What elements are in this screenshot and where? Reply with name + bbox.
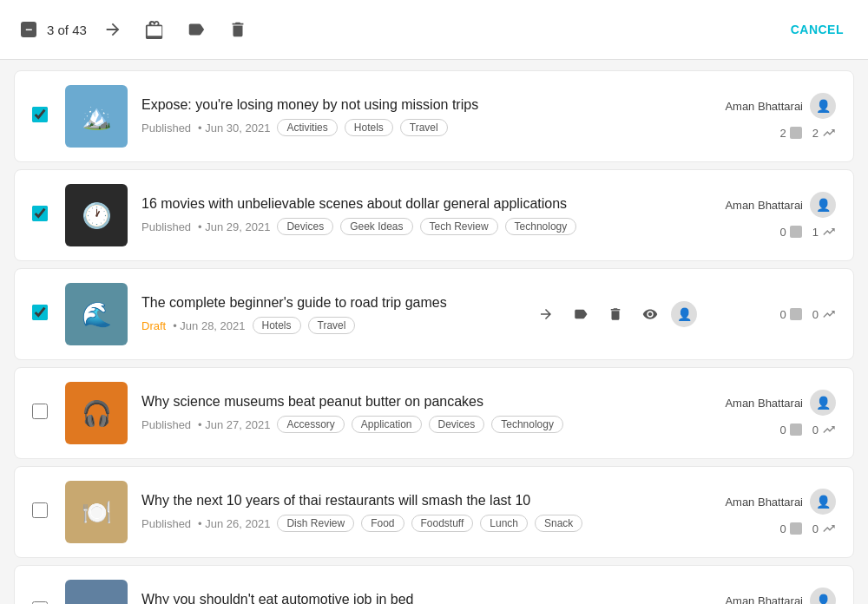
- tag[interactable]: Accessory: [277, 416, 344, 433]
- comments-count: 0: [780, 308, 786, 321]
- list-item: 🕐 16 movies with unbelievable scenes abo…: [14, 169, 854, 261]
- status-badge: Draft: [141, 319, 166, 332]
- tag[interactable]: Travel: [308, 317, 356, 334]
- views-count: 0: [812, 423, 819, 437]
- tag[interactable]: Technology: [491, 416, 563, 433]
- row-delete-button[interactable]: [602, 300, 629, 328]
- views-icon: [822, 126, 836, 140]
- tag[interactable]: Snack: [535, 515, 582, 532]
- item-checkbox[interactable]: [32, 206, 51, 225]
- list-item: 🌊 The complete beginner's guide to road …: [14, 268, 854, 360]
- item-meta: Published • Jun 27, 2021 AccessoryApplic…: [141, 416, 683, 433]
- row-forward-button[interactable]: [532, 300, 560, 328]
- views-stat: 0: [812, 522, 836, 535]
- comments-icon: [790, 308, 802, 320]
- item-checkbox[interactable]: [32, 305, 51, 324]
- author-name: Aman Bhattarai: [725, 397, 803, 410]
- author-name: Aman Bhattarai: [725, 199, 803, 212]
- avatar: 👤: [810, 489, 836, 515]
- item-checkbox[interactable]: [32, 502, 51, 522]
- articles-list: 🏔️ Expose: you're losing money by not us…: [0, 60, 868, 604]
- item-title: Why the next 10 years of thai restaurant…: [141, 492, 683, 510]
- status-badge: Published: [141, 121, 191, 135]
- tag[interactable]: Geek Ideas: [340, 218, 412, 235]
- author-name: Aman Bhattarai: [725, 100, 803, 113]
- item-thumbnail: 🏔️: [65, 85, 128, 148]
- views-icon: [822, 423, 836, 437]
- status-badge: Published: [141, 517, 191, 530]
- forward-button[interactable]: [97, 14, 128, 45]
- tag[interactable]: Application: [352, 416, 422, 433]
- status-badge: Published: [141, 220, 191, 233]
- comments-icon: [790, 226, 802, 238]
- views-count: 1: [812, 226, 819, 239]
- item-date: • Jun 29, 2021: [198, 220, 270, 233]
- move-button[interactable]: [139, 14, 170, 45]
- views-count: 2: [812, 127, 819, 140]
- item-checkbox[interactable]: [32, 404, 51, 423]
- item-checkbox[interactable]: [32, 107, 51, 126]
- toolbar: − 3 of 43 CANCEL: [0, 0, 868, 60]
- select-all-minus[interactable]: −: [21, 22, 36, 37]
- stats-row: 0 1: [780, 225, 836, 239]
- row-preview-button[interactable]: [636, 300, 664, 328]
- item-title: Why science museums beat peanut butter o…: [141, 393, 683, 411]
- item-date: • Jun 26, 2021: [198, 517, 270, 530]
- item-title: 16 movies with unbelievable scenes about…: [141, 195, 683, 213]
- item-right: Aman Bhattarai 👤 0 0: [697, 588, 836, 604]
- item-content: Why science museums beat peanut butter o…: [141, 393, 683, 434]
- comments-count: 0: [780, 522, 786, 535]
- list-item: 🎧 Why science museums beat peanut butter…: [14, 367, 854, 459]
- item-content: Expose: you're losing money by not using…: [141, 96, 683, 137]
- comments-stat: 0: [780, 522, 802, 535]
- item-right: Aman Bhattarai 👤 0 0: [697, 489, 836, 535]
- comments-icon: [790, 522, 802, 535]
- item-thumbnail: 🚗: [65, 580, 128, 604]
- tag[interactable]: Technology: [505, 218, 577, 235]
- item-date: • Jun 30, 2021: [198, 121, 270, 135]
- tag[interactable]: Dish Review: [277, 515, 354, 532]
- status-badge: Published: [141, 418, 191, 431]
- item-date: • Jun 28, 2021: [173, 319, 245, 332]
- comments-stat: 2: [780, 127, 802, 140]
- comments-stat: 0: [780, 423, 802, 437]
- label-button[interactable]: [181, 14, 212, 45]
- delete-button[interactable]: [222, 14, 253, 45]
- row-label-button[interactable]: [567, 300, 595, 328]
- item-title: Why you shouldn't eat automotive job in …: [141, 591, 683, 604]
- tag[interactable]: Travel: [400, 119, 448, 136]
- tag[interactable]: Devices: [277, 218, 333, 235]
- tag[interactable]: Devices: [429, 416, 485, 433]
- views-icon: [822, 225, 836, 239]
- avatar: 👤: [810, 192, 836, 218]
- views-stat: 0: [812, 307, 836, 321]
- views-stat: 0: [812, 423, 836, 437]
- comments-count: 0: [780, 226, 786, 239]
- views-count: 0: [812, 308, 819, 321]
- tag[interactable]: Foodstuff: [411, 515, 474, 532]
- item-date: • Jun 27, 2021: [198, 418, 270, 431]
- tag[interactable]: Hotels: [253, 317, 301, 334]
- tag[interactable]: Hotels: [345, 119, 393, 136]
- item-meta: Published • Jun 30, 2021 ActivitiesHotel…: [141, 119, 683, 136]
- cancel-button[interactable]: CANCEL: [787, 16, 847, 43]
- tag[interactable]: Tech Review: [420, 218, 498, 235]
- comments-icon: [790, 423, 802, 436]
- author-row: Aman Bhattarai 👤: [725, 390, 836, 416]
- views-stat: 1: [812, 225, 836, 239]
- item-right: Aman Bhattarai 👤 2 2: [697, 93, 836, 140]
- avatar: 👤: [810, 588, 836, 604]
- author-row: Aman Bhattarai 👤: [725, 93, 836, 119]
- author-name: Aman Bhattarai: [725, 496, 803, 509]
- tag[interactable]: Activities: [277, 119, 337, 136]
- item-right: Aman Bhattarai 👤 0 0: [697, 390, 836, 437]
- comments-stat: 0: [780, 308, 802, 321]
- tag[interactable]: Food: [361, 515, 404, 532]
- row-avatar: 👤: [671, 301, 697, 327]
- item-meta: Published • Jun 26, 2021 Dish ReviewFood…: [141, 515, 683, 532]
- item-thumbnail: 🌊: [65, 283, 128, 345]
- list-item: 🏔️ Expose: you're losing money by not us…: [14, 70, 854, 162]
- item-right: Aman Bhattarai 👤 0 1: [697, 192, 836, 239]
- tag[interactable]: Lunch: [480, 515, 528, 532]
- comments-count: 0: [780, 423, 786, 437]
